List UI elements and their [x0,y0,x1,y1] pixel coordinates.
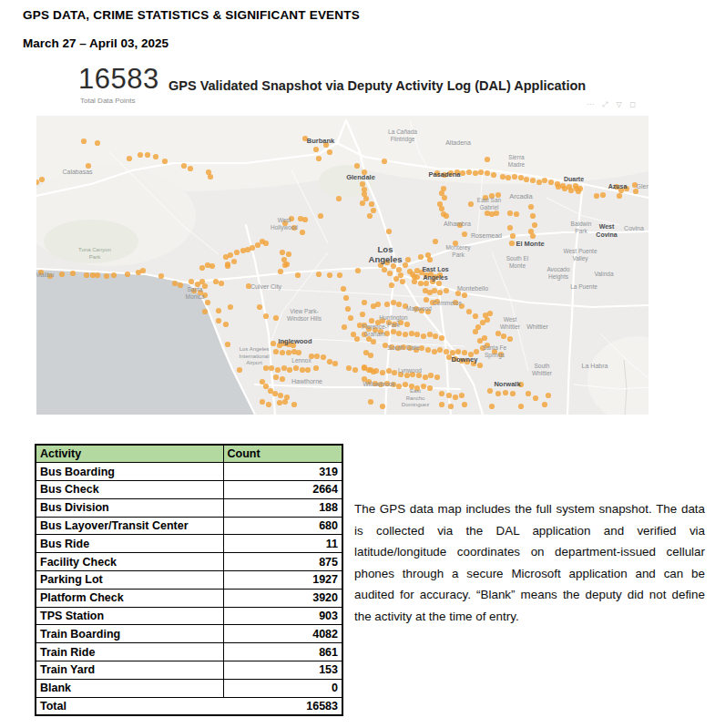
activity-count-table: Activity Count Bus Boarding319Bus Check2… [35,444,343,716]
table-row: Train Boarding4082 [36,625,342,643]
gps-point [491,172,496,178]
gps-point [382,267,387,272]
gps-point [424,281,429,286]
gps-point [617,193,622,199]
gps-point [318,213,323,219]
gps-point [576,189,581,194]
count-cell: 2664 [223,481,342,499]
gps-point [240,248,246,253]
gps-point [526,391,531,396]
count-cell: 680 [223,517,342,535]
gps-point [387,271,393,276]
table-row: Train Yard153 [36,661,342,680]
gps-point [205,300,210,305]
table-total-row: Total16583 [36,697,342,715]
activity-cell: TPS Station [36,607,223,625]
gps-point [384,302,390,307]
gps-point [532,222,537,228]
gps-point [286,251,291,257]
map-place-label: East LosAngeles [422,266,448,282]
gps-point [337,272,342,278]
map-place-label: Commerce [433,300,462,306]
gps-point [291,402,297,407]
filter-icon[interactable]: ▽ [616,101,621,108]
gps-point [462,292,467,298]
map-description-paragraph: The GPS data map includes the full syste… [354,498,705,628]
map-place-label: Montebello [457,285,488,292]
focus-mode-icon[interactable]: ⤢ [602,101,608,108]
map-title: GPS Validated Snapshot via Deputy Activi… [169,78,586,93]
gps-point [316,272,322,277]
table-row: Bus Ride11 [36,535,342,553]
map-place-label: Burbank [307,137,335,145]
gps-point [478,169,484,175]
gps-point [336,196,342,201]
gps-point [393,276,399,282]
gps-point [477,363,483,368]
gps-point [433,239,438,244]
count-cell: 11 [223,535,342,553]
gps-point [95,272,100,278]
gps-point [542,402,547,407]
activity-cell: Bus Layover/Transit Center [36,517,223,535]
gps-point [536,179,542,185]
map-place-label: Hawthorne [291,378,322,385]
gps-point [427,257,433,262]
gps-point [95,140,100,146]
gps-point [460,170,465,176]
gps-point [404,322,410,327]
gps-point [556,184,561,190]
map-place-label: Glendora [637,183,649,190]
map-place-label: Glendale [346,173,375,181]
table-row: Bus Boarding319 [36,463,342,481]
gps-point [305,367,311,373]
gps-point [70,271,76,276]
gps-point [281,365,287,371]
gps-point [548,179,554,185]
gps-map[interactable]: CalabasasBurbankGlendaleLa CañadaFlintri… [36,116,649,415]
gps-point [398,272,403,278]
gps-point [530,178,536,183]
total-value: 16583 [306,700,338,713]
gps-point [145,152,150,158]
gps-point [260,399,265,405]
gps-point [302,217,308,222]
gps-point [275,367,281,373]
gps-point [444,349,449,354]
gps-point [418,281,424,286]
gps-point [409,331,414,336]
gps-map-canvas[interactable]: CalabasasBurbankGlendaleLa CañadaFlintri… [36,116,649,415]
gps-point [473,170,478,176]
gps-point [287,367,292,373]
gps-point [405,257,411,262]
gps-point [327,359,332,364]
gps-point [342,324,347,330]
gps-point [441,186,446,191]
gps-point [403,262,408,268]
gps-point [263,241,269,246]
gps-point [439,206,444,211]
gps-point [269,365,274,371]
gps-point [219,281,224,286]
column-header-count: Count [223,445,342,463]
gps-point [391,300,396,305]
gps-point [213,279,219,284]
pin-icon[interactable]: ◻ [630,101,637,108]
gps-point [427,385,433,391]
gps-point [181,163,187,169]
table-row: Facility Check875 [36,553,342,571]
more-options-icon[interactable]: ⋯ [587,101,594,108]
gps-point [348,315,353,321]
gps-point [277,400,282,405]
gps-point [482,335,487,341]
gps-point [363,196,369,201]
gps-point [600,192,606,198]
gps-point [300,367,305,373]
gps-point [494,210,499,216]
gps-point [271,341,276,346]
gps-point [371,339,376,344]
gps-point [354,163,360,169]
map-place-label: Florence-Graham [362,323,386,337]
gps-point [425,347,431,353]
table-row: Train Ride861 [36,643,342,661]
